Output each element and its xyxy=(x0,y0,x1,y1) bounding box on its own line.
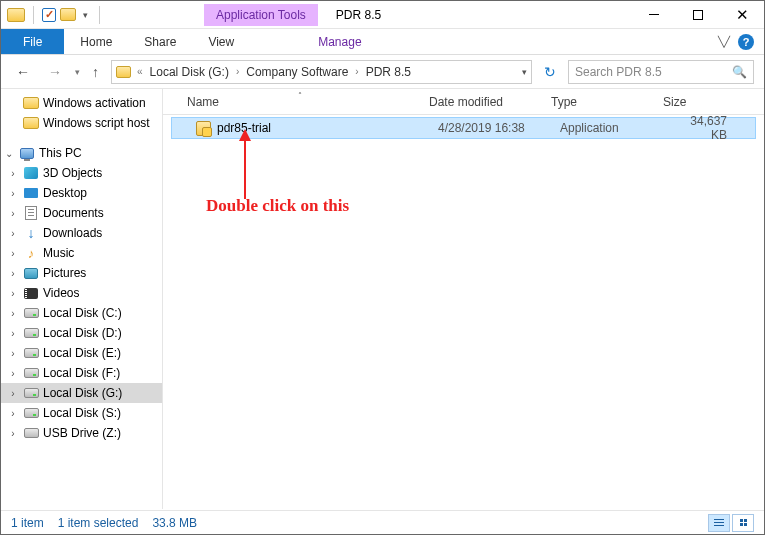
refresh-button[interactable]: ↻ xyxy=(540,64,560,80)
navpane-item[interactable]: ›Videos xyxy=(1,283,162,303)
navpane-item[interactable]: ›USB Drive (Z:) xyxy=(1,423,162,443)
column-date[interactable]: Date modified xyxy=(421,95,543,109)
expand-toggle[interactable]: › xyxy=(7,428,19,439)
navpane-item[interactable]: ›Documents xyxy=(1,203,162,223)
breadcrumb[interactable]: Company Software xyxy=(243,65,351,79)
navpane-item[interactable]: ›↓Downloads xyxy=(1,223,162,243)
expand-toggle[interactable]: › xyxy=(7,208,19,219)
minimize-button[interactable] xyxy=(632,1,676,29)
tab-share[interactable]: Share xyxy=(128,29,192,54)
qat-customize-button[interactable]: ▾ xyxy=(80,10,91,20)
expand-toggle[interactable]: › xyxy=(7,228,19,239)
expand-toggle[interactable]: › xyxy=(7,308,19,319)
drive-icon xyxy=(24,188,38,198)
content-area: Windows activation Windows script host ⌄… xyxy=(1,89,764,509)
expand-toggle[interactable]: › xyxy=(7,168,19,179)
address-bar-row: ← → ▾ ↑ « Local Disk (G:) › Company Soft… xyxy=(1,55,764,89)
column-headers: ˄Name Date modified Type Size xyxy=(163,89,764,115)
expand-toggle[interactable]: › xyxy=(7,328,19,339)
app-icon[interactable] xyxy=(7,8,25,22)
navpane-item[interactable]: ›3D Objects xyxy=(1,163,162,183)
tab-home[interactable]: Home xyxy=(64,29,128,54)
context-tab-application-tools[interactable]: Application Tools xyxy=(204,4,318,26)
maximize-button[interactable] xyxy=(676,1,720,29)
forward-button[interactable]: → xyxy=(43,60,67,84)
up-button[interactable]: ↑ xyxy=(88,64,103,80)
column-size[interactable]: Size xyxy=(655,95,764,109)
column-name[interactable]: ˄Name xyxy=(179,95,421,109)
quick-access-toolbar: ✓ ▾ xyxy=(1,6,104,24)
file-row[interactable]: pdr85-trial 4/28/2019 16:38 Application … xyxy=(171,117,756,139)
status-bar: 1 item 1 item selected 33.8 MB xyxy=(1,510,764,534)
recent-locations-button[interactable]: ▾ xyxy=(75,67,80,77)
search-placeholder: Search PDR 8.5 xyxy=(575,65,662,79)
view-details-button[interactable] xyxy=(708,514,730,532)
help-button[interactable]: ? xyxy=(738,34,754,50)
navpane-item[interactable]: ›Local Disk (C:) xyxy=(1,303,162,323)
expand-toggle[interactable]: › xyxy=(7,388,19,399)
expand-toggle[interactable]: ⌄ xyxy=(3,148,15,159)
location-icon xyxy=(116,66,131,78)
qat-properties-button[interactable]: ✓ xyxy=(42,8,56,22)
expand-toggle[interactable]: › xyxy=(7,248,19,259)
back-button[interactable]: ← xyxy=(11,60,35,84)
drive-icon xyxy=(24,428,39,438)
drive-icon xyxy=(24,167,38,179)
navpane-item[interactable]: ›Local Disk (D:) xyxy=(1,323,162,343)
application-icon xyxy=(196,121,211,136)
file-size: 34,637 KB xyxy=(664,114,755,142)
expand-toggle[interactable]: › xyxy=(7,188,19,199)
window-title: PDR 8.5 xyxy=(336,8,381,22)
qat-newfolder-button[interactable] xyxy=(60,8,76,21)
drive-icon xyxy=(24,348,39,358)
tab-file[interactable]: File xyxy=(1,29,64,54)
status-item-count: 1 item xyxy=(11,516,44,530)
expand-toggle[interactable]: › xyxy=(7,368,19,379)
navpane-item[interactable]: ›Desktop xyxy=(1,183,162,203)
search-input[interactable]: Search PDR 8.5 🔍 xyxy=(568,60,754,84)
navpane-item[interactable]: ›Local Disk (F:) xyxy=(1,363,162,383)
chevron-right-icon[interactable]: › xyxy=(234,66,241,77)
file-list-pane[interactable]: ˄Name Date modified Type Size pdr85-tria… xyxy=(163,89,764,509)
navpane-item[interactable]: Windows script host xyxy=(1,113,162,133)
expand-toggle[interactable]: › xyxy=(7,288,19,299)
ribbon-expand-button[interactable]: ╲╱ xyxy=(718,36,730,47)
close-button[interactable]: ✕ xyxy=(720,1,764,29)
breadcrumb-overflow[interactable]: « xyxy=(135,66,145,77)
tab-view[interactable]: View xyxy=(192,29,250,54)
breadcrumb[interactable]: Local Disk (G:) xyxy=(147,65,232,79)
address-bar[interactable]: « Local Disk (G:) › Company Software › P… xyxy=(111,60,532,84)
drive-icon xyxy=(24,388,39,398)
drive-icon xyxy=(24,368,39,378)
breadcrumb[interactable]: PDR 8.5 xyxy=(363,65,414,79)
file-type: Application xyxy=(552,121,664,135)
drive-icon xyxy=(24,328,39,338)
drive-icon: ↓ xyxy=(28,225,35,241)
titlebar: ✓ ▾ Application Tools PDR 8.5 ✕ xyxy=(1,1,764,29)
status-selected-size: 33.8 MB xyxy=(152,516,197,530)
expand-toggle[interactable]: › xyxy=(7,268,19,279)
view-icons-button[interactable] xyxy=(732,514,754,532)
sort-indicator-icon: ˄ xyxy=(298,91,302,100)
drive-icon xyxy=(24,408,39,418)
navpane-this-pc[interactable]: ⌄ This PC xyxy=(1,143,162,163)
navpane-item[interactable]: Windows activation xyxy=(1,93,162,113)
search-icon: 🔍 xyxy=(732,65,747,79)
navpane-item[interactable]: ›Local Disk (E:) xyxy=(1,343,162,363)
drive-icon xyxy=(25,206,37,220)
navpane-item[interactable]: ›Local Disk (S:) xyxy=(1,403,162,423)
ribbon-tabs: File Home Share View Manage ╲╱ ? xyxy=(1,29,764,55)
expand-toggle[interactable]: › xyxy=(7,348,19,359)
navpane-item[interactable]: ›Pictures xyxy=(1,263,162,283)
column-type[interactable]: Type xyxy=(543,95,655,109)
chevron-right-icon[interactable]: › xyxy=(353,66,360,77)
tab-manage[interactable]: Manage xyxy=(302,29,377,54)
address-dropdown-button[interactable]: ▾ xyxy=(522,67,527,77)
status-selected-count: 1 item selected xyxy=(58,516,139,530)
drive-icon xyxy=(24,308,39,318)
navpane-item[interactable]: ›♪Music xyxy=(1,243,162,263)
navpane-item[interactable]: ›Local Disk (G:) xyxy=(1,383,162,403)
expand-toggle[interactable]: › xyxy=(7,408,19,419)
navigation-pane[interactable]: Windows activation Windows script host ⌄… xyxy=(1,89,163,509)
file-date: 4/28/2019 16:38 xyxy=(430,121,552,135)
